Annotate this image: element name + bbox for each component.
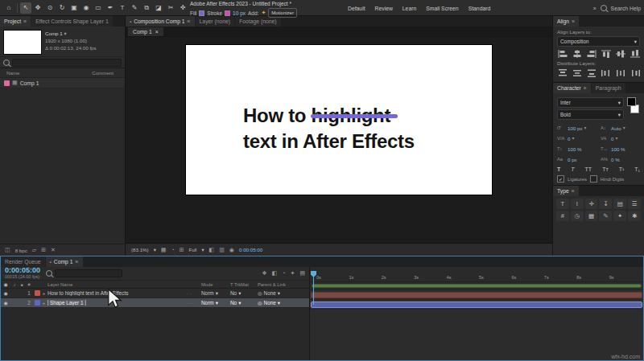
- workspace-review[interactable]: Review: [375, 6, 393, 11]
- resolution-value[interactable]: Full: [189, 247, 197, 252]
- title-text-layer[interactable]: How to highlight text in After Effects: [243, 103, 415, 154]
- layer-trkmat-dropdown[interactable]: No▾: [230, 290, 258, 297]
- layer-switches[interactable]: ◦◦: [179, 301, 201, 306]
- layer-row-text[interactable]: ◉ 1 ▸ How to highlight text in After Eff…: [1, 289, 309, 298]
- layer-name[interactable]: Shape Layer 1: [47, 300, 179, 306]
- panel-menu-icon[interactable]: ≡: [76, 259, 79, 265]
- current-time-indicator[interactable]: [313, 277, 314, 305]
- draft-3d-icon[interactable]: ◧: [272, 270, 278, 277]
- close-icon[interactable]: ×: [155, 29, 159, 35]
- timeline-search-input[interactable]: [55, 269, 122, 277]
- vertical-scale-value[interactable]: 100 %: [568, 146, 582, 152]
- puppet-pin-tool-icon[interactable]: ✜: [177, 2, 188, 14]
- workspace-overflow-icon[interactable]: »: [593, 6, 597, 11]
- layer-parent-dropdown[interactable]: ◎None▾: [258, 300, 309, 306]
- column-name[interactable]: Name: [6, 70, 20, 76]
- camera-tool-icon[interactable]: ▣: [68, 2, 80, 14]
- tab-effect-controls[interactable]: Effect Controls Shape Layer 1: [31, 16, 113, 27]
- timeline-graph[interactable]: 0s 1s 2s 3s 4s 5s 6s 7s 8s 9s: [310, 267, 643, 360]
- ibeam-icon[interactable]: I: [571, 199, 584, 209]
- align-right-button[interactable]: [586, 49, 597, 58]
- workspace-default[interactable]: Default: [348, 6, 365, 11]
- leading-value[interactable]: Auto: [611, 125, 621, 131]
- column-parent-link[interactable]: Parent & Link: [258, 282, 309, 287]
- composition-viewer[interactable]: How to highlight text in After Effects: [126, 37, 552, 243]
- tab-type[interactable]: Type≡: [553, 186, 579, 196]
- layer-trkmat-dropdown[interactable]: No▾: [230, 300, 258, 306]
- workspace-small-screen[interactable]: Small Screen: [426, 6, 458, 11]
- horizontal-scale-value[interactable]: 100 %: [611, 146, 625, 152]
- selection-tool-icon[interactable]: ↖: [20, 2, 31, 14]
- search-help-input[interactable]: Search Help: [611, 6, 641, 11]
- tab-composition[interactable]: ▪ Composition Comp 1 ≡: [126, 16, 195, 27]
- stroke-swatch[interactable]: [225, 10, 230, 16]
- hide-shy-layers-icon[interactable]: ◔: [282, 270, 285, 277]
- layer-mode-dropdown[interactable]: Norm▾: [201, 300, 230, 306]
- shape-tool-icon[interactable]: ▭: [93, 2, 104, 14]
- hindi-digits-checkbox[interactable]: [590, 175, 597, 183]
- distribute-bottom-button[interactable]: [586, 68, 597, 77]
- grid-icon[interactable]: ▦: [585, 211, 598, 221]
- chevron-down-icon[interactable]: ▾: [202, 247, 204, 252]
- new-composition-icon[interactable]: ⊞: [41, 247, 46, 253]
- roto-brush-tool-icon[interactable]: ✂: [165, 2, 176, 14]
- choose-grid-icon[interactable]: ▦: [161, 247, 167, 253]
- eye-icon[interactable]: ◉: [1, 281, 10, 287]
- tsume-field[interactable]: A%0 %: [601, 154, 640, 164]
- layer-label-swatch[interactable]: [33, 290, 41, 296]
- sparkle-icon[interactable]: ✦: [613, 211, 626, 221]
- pan-behind-tool-icon[interactable]: ◉: [80, 2, 92, 14]
- time-ruler[interactable]: 0s 1s 2s 3s 4s 5s 6s 7s 8s 9s: [310, 267, 643, 282]
- align-to-dropdown[interactable]: Composition ▾: [557, 36, 640, 47]
- twirl-icon[interactable]: ▸: [41, 291, 47, 296]
- tab-align[interactable]: Align≡: [553, 16, 579, 27]
- layer-duration-bar-shape[interactable]: [311, 302, 642, 308]
- tab-timeline-comp1[interactable]: ▪ Comp 1 ≡: [46, 256, 83, 267]
- viewer-tab-comp1[interactable]: Comp 1 ×: [128, 27, 163, 36]
- pickwhip-icon[interactable]: ◎: [258, 290, 262, 297]
- panel-menu-icon[interactable]: ≡: [584, 85, 587, 91]
- font-family-dropdown[interactable]: Inter ▾: [557, 97, 624, 108]
- align-top-button[interactable]: [601, 49, 611, 58]
- workspace-standard[interactable]: Standard: [469, 6, 491, 11]
- eye-icon[interactable]: ◉: [1, 290, 10, 296]
- motion-blur-icon[interactable]: ▤: [299, 270, 305, 277]
- leading-field[interactable]: A↕Auto▾: [601, 123, 640, 133]
- layer-label-swatch[interactable]: [33, 300, 41, 306]
- layer-parent-dropdown[interactable]: ◎None▾: [258, 290, 309, 297]
- layer-duration-bar-text[interactable]: [311, 292, 642, 298]
- horizontal-scale-field[interactable]: T↔100 %: [601, 144, 640, 154]
- type-tool-icon[interactable]: T: [117, 2, 128, 14]
- rows-icon[interactable]: ▤: [613, 199, 626, 209]
- column-trkmat[interactable]: T TrkMat: [230, 282, 258, 287]
- interpret-footage-icon[interactable]: ◫: [5, 247, 10, 253]
- chevron-down-icon[interactable]: ▾: [154, 247, 156, 252]
- distribute-top-button[interactable]: [557, 68, 568, 77]
- align-left-button[interactable]: [557, 49, 568, 58]
- delete-icon[interactable]: ✕: [51, 247, 56, 253]
- subscript-button[interactable]: T₁: [634, 166, 640, 172]
- workspace-learn[interactable]: Learn: [402, 6, 416, 11]
- region-of-interest-icon[interactable]: ⊞: [180, 247, 184, 253]
- distribute-vertical-center-button[interactable]: [572, 68, 582, 77]
- arrow-down-icon[interactable]: ↧: [599, 199, 612, 209]
- exposure-icon[interactable]: ▥: [219, 247, 225, 253]
- baseline-shift-value[interactable]: 0 px: [568, 157, 577, 162]
- tab-character[interactable]: Character≡: [553, 83, 591, 93]
- project-item-name[interactable]: Comp 1: [20, 80, 39, 86]
- zoom-tool-icon[interactable]: ⊙: [44, 2, 56, 14]
- column-comment[interactable]: Comment: [92, 70, 118, 76]
- panel-menu-icon[interactable]: ≡: [188, 18, 191, 24]
- current-time-display[interactable]: 0:00:05:00 00015 (24.00 fps): [5, 267, 40, 280]
- tab-render-queue[interactable]: Render Queue: [1, 256, 45, 267]
- text-icon[interactable]: T: [556, 199, 569, 209]
- list-icon[interactable]: ☰: [628, 199, 641, 209]
- lock-icon[interactable]: ■: [19, 282, 25, 287]
- tab-paragraph[interactable]: Paragraph: [592, 83, 625, 93]
- brush-tool-icon[interactable]: ✎: [129, 2, 140, 14]
- panel-menu-icon[interactable]: ≡: [572, 18, 575, 24]
- audio-icon[interactable]: ♪: [10, 282, 19, 287]
- panel-menu-icon[interactable]: ≡: [23, 18, 27, 24]
- project-item-row[interactable]: ▦ Comp 1: [0, 78, 125, 88]
- camera-icon[interactable]: ◉: [229, 247, 234, 253]
